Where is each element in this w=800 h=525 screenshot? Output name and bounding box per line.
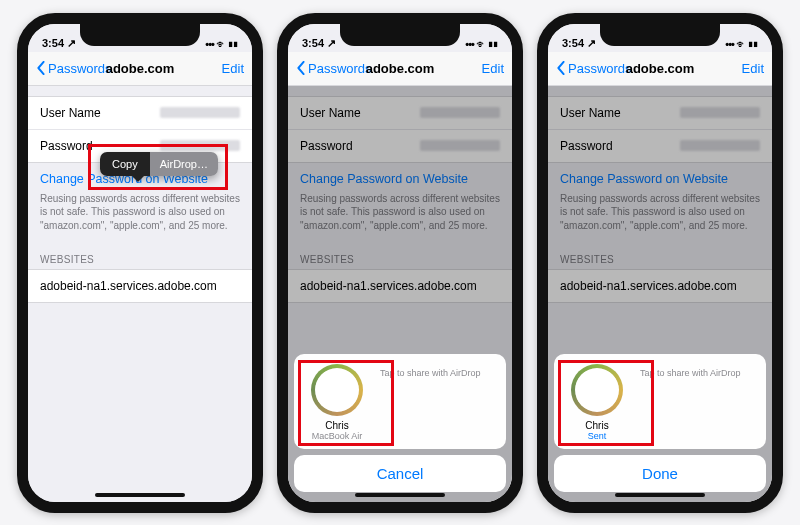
- home-indicator[interactable]: [95, 493, 185, 497]
- screen: 3:54 ↗ ••• ᯤ ▮▮ Passwords adobe.com Edit…: [28, 24, 252, 502]
- nav-bar: Passwords adobe.com Edit: [548, 52, 772, 86]
- change-password-link: Change Password on Website: [548, 163, 772, 190]
- website-row: adobeid-na1.services.adobe.com: [288, 269, 512, 303]
- airdrop-share-sheet: Chris MacBook Air Tap to share with AirD…: [288, 354, 512, 502]
- edit-button[interactable]: Edit: [482, 61, 504, 76]
- airdrop-hint: Tap to share with AirDrop: [380, 364, 498, 378]
- username-value-redacted: [420, 107, 500, 118]
- notch: [80, 24, 200, 46]
- password-label: Password: [40, 139, 93, 153]
- notch: [600, 24, 720, 46]
- context-menu: Copy AirDrop…: [100, 152, 218, 176]
- reuse-warning-note: Reusing passwords across different websi…: [548, 190, 772, 241]
- username-row: User Name: [288, 97, 512, 129]
- back-button[interactable]: Passwords: [556, 61, 632, 76]
- username-label: User Name: [40, 106, 101, 120]
- screen: 3:54 ↗ ••• ᯤ ▮▮ Passwords adobe.com Edit…: [288, 24, 512, 502]
- phone-1: 3:54 ↗ ••• ᯤ ▮▮ Passwords adobe.com Edit…: [17, 13, 263, 513]
- websites-header: WEBSITES: [28, 240, 252, 269]
- done-button[interactable]: Done: [554, 455, 766, 492]
- password-value-redacted: [160, 140, 240, 151]
- edit-button[interactable]: Edit: [742, 61, 764, 76]
- password-row: Password: [288, 129, 512, 162]
- airdrop-action[interactable]: AirDrop…: [150, 152, 218, 176]
- contact-name: Chris: [562, 420, 632, 431]
- username-label: User Name: [560, 106, 621, 120]
- cancel-button[interactable]: Cancel: [294, 455, 506, 492]
- website-row: adobeid-na1.services.adobe.com: [548, 269, 772, 303]
- reuse-warning-note: Reusing passwords across different websi…: [28, 190, 252, 241]
- username-value-redacted: [680, 107, 760, 118]
- airdrop-card: Chris Sent Tap to share with AirDrop: [554, 354, 766, 449]
- bubble-tail-icon: [132, 176, 144, 182]
- username-label: User Name: [300, 106, 361, 120]
- back-label: Passwords: [308, 61, 372, 76]
- phone-frame: 3:54 ↗ ••• ᯤ ▮▮ Passwords adobe.com Edit…: [277, 13, 523, 513]
- nav-bar: Passwords adobe.com Edit: [28, 52, 252, 86]
- screen-body: User Name Password Change Password on We…: [28, 86, 252, 502]
- contact-avatar-icon: [571, 364, 623, 416]
- screen-body-dimmed: User Name Password Change Password on We…: [548, 86, 772, 502]
- username-row: User Name: [548, 97, 772, 129]
- password-value-redacted: [420, 140, 500, 151]
- screen: 3:54 ↗ ••• ᯤ ▮▮ Passwords adobe.com Edit…: [548, 24, 772, 502]
- contact-name: Chris: [302, 420, 372, 431]
- airdrop-contact[interactable]: Chris MacBook Air: [302, 364, 372, 441]
- back-button[interactable]: Passwords: [296, 61, 372, 76]
- screen-body-dimmed: User Name Password Change Password on We…: [288, 86, 512, 502]
- phone-frame: 3:54 ↗ ••• ᯤ ▮▮ Passwords adobe.com Edit…: [17, 13, 263, 513]
- password-row: Password: [548, 129, 772, 162]
- website-row[interactable]: adobeid-na1.services.adobe.com: [28, 269, 252, 303]
- contact-device: MacBook Air: [302, 431, 372, 441]
- copy-action[interactable]: Copy: [100, 152, 150, 176]
- reuse-warning-note: Reusing passwords across different websi…: [288, 190, 512, 241]
- edit-button[interactable]: Edit: [222, 61, 244, 76]
- username-value-redacted: [160, 107, 240, 118]
- password-label: Password: [560, 139, 613, 153]
- change-password-link: Change Password on Website: [288, 163, 512, 190]
- password-value-redacted: [680, 140, 760, 151]
- contact-status-sent: Sent: [562, 431, 632, 441]
- websites-header: WEBSITES: [288, 240, 512, 269]
- airdrop-share-sheet: Chris Sent Tap to share with AirDrop Don…: [548, 354, 772, 502]
- chevron-left-icon: [36, 61, 46, 75]
- airdrop-card: Chris MacBook Air Tap to share with AirD…: [294, 354, 506, 449]
- nav-bar: Passwords adobe.com Edit: [288, 52, 512, 86]
- phone-2: 3:54 ↗ ••• ᯤ ▮▮ Passwords adobe.com Edit…: [277, 13, 523, 513]
- back-label: Passwords: [48, 61, 112, 76]
- username-row[interactable]: User Name: [28, 97, 252, 129]
- notch: [340, 24, 460, 46]
- chevron-left-icon: [556, 61, 566, 75]
- websites-header: WEBSITES: [548, 240, 772, 269]
- chevron-left-icon: [296, 61, 306, 75]
- back-button[interactable]: Passwords: [36, 61, 112, 76]
- credentials-section: User Name Password: [548, 96, 772, 163]
- contact-avatar-icon: [311, 364, 363, 416]
- phone-frame: 3:54 ↗ ••• ᯤ ▮▮ Passwords adobe.com Edit…: [537, 13, 783, 513]
- airdrop-hint: Tap to share with AirDrop: [640, 364, 758, 378]
- password-label: Password: [300, 139, 353, 153]
- credentials-section: User Name Password: [288, 96, 512, 163]
- phone-3: 3:54 ↗ ••• ᯤ ▮▮ Passwords adobe.com Edit…: [537, 13, 783, 513]
- airdrop-contact[interactable]: Chris Sent: [562, 364, 632, 441]
- three-phone-layout: 3:54 ↗ ••• ᯤ ▮▮ Passwords adobe.com Edit…: [0, 0, 800, 525]
- back-label: Passwords: [568, 61, 632, 76]
